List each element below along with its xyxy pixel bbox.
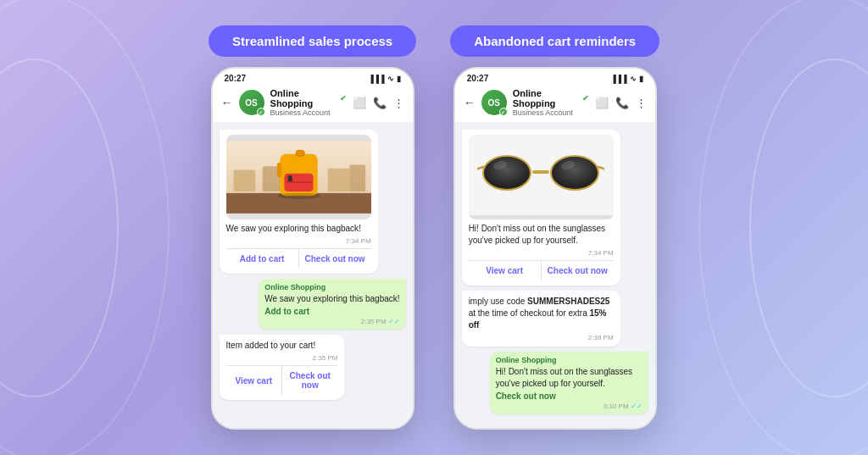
msg-in-backpack: We saw you exploring this bagback! 7:34 …: [220, 130, 378, 274]
phone-streamlined: 20:27 ▐▐▐ ∿ ▮ ← OS ✓ Online Shopping ✔ B…: [211, 67, 415, 430]
video-icon-2[interactable]: ⬜: [595, 97, 609, 109]
sunglasses-svg: [477, 143, 604, 207]
msg-out-header-1: Online Shopping: [264, 283, 399, 291]
msg-out-backpack: Online Shopping We saw you exploring thi…: [259, 279, 405, 330]
svg-rect-3: [233, 169, 255, 191]
promo-code: SUMMERSHADES25: [527, 297, 609, 306]
svg-rect-5: [327, 169, 349, 191]
sunglasses-area: [469, 135, 614, 215]
avatar-2: OS ✓: [481, 90, 507, 115]
msg-out-text-2: Hi! Don't miss out on the sunglasses you…: [496, 366, 643, 390]
status-bar-1: 20:27 ▐▐▐ ∿ ▮: [213, 69, 413, 85]
view-cart-btn-1[interactable]: View cart: [226, 366, 282, 395]
badge-abandoned: Abandoned cart reminders: [450, 25, 659, 57]
svg-point-16: [551, 156, 598, 190]
signal-icon-1: ▐▐▐: [368, 75, 384, 83]
header-icons-2: ⬜ 📞 ⋮: [595, 97, 647, 109]
video-icon-1[interactable]: ⬜: [353, 97, 366, 109]
chat-header-2: ← OS ✓ Online Shopping ✔ Business Accoun…: [455, 85, 655, 123]
wifi-icon-1: ∿: [387, 75, 394, 83]
msg-out-sunglasses: Online Shopping Hi! Don't miss out on th…: [490, 352, 648, 414]
back-button-1[interactable]: ←: [221, 96, 233, 109]
backpack-action-row: Add to cart Check out now: [226, 248, 371, 269]
decorative-arc-left2: [0, 0, 170, 455]
chat-title-2: Online Shopping ✔ Business Account: [513, 88, 589, 117]
backpack-msg-text: We saw you exploring this bagback!: [226, 223, 371, 235]
svg-rect-11: [287, 175, 292, 181]
promo-text1: imply use code: [469, 297, 527, 306]
battery-icon-1: ▮: [397, 75, 401, 83]
chat-name-1: Online Shopping: [270, 88, 337, 108]
promo-msg-text: imply use code SUMMERSHADES25 at the tim…: [469, 296, 614, 331]
check-out-now-btn-2[interactable]: Check out now: [282, 366, 337, 395]
header-icons-1: ⬜ 📞 ⋮: [353, 97, 404, 109]
svg-rect-14: [532, 170, 549, 174]
chat-title-1: Online Shopping ✔ Business Account: [270, 88, 347, 117]
chat-header-1: ← OS ✓ Online Shopping ✔ Business Accoun…: [213, 85, 413, 123]
sunglasses-image-container: [469, 135, 614, 219]
chat-sub-2: Business Account: [513, 108, 589, 117]
status-time-2: 20:27: [467, 74, 489, 83]
verified-icon-1: ✓: [257, 108, 265, 116]
decorative-arc-right2: [698, 0, 868, 455]
sunglasses-action-row: View cart Check out now: [469, 260, 614, 280]
msg-out-time-1: 2:35 PM ✓✓: [264, 318, 399, 325]
msg-out-time-2: 3:10 PM ✓✓: [496, 402, 643, 410]
status-icons-1: ▐▐▐ ∿ ▮: [368, 75, 400, 83]
call-icon-1[interactable]: 📞: [373, 97, 387, 109]
backpack-image-container: [226, 135, 371, 219]
promo-msg-time: 2:38 PM: [469, 334, 614, 341]
msg-in-promo: imply use code SUMMERSHADES25 at the tim…: [462, 291, 620, 347]
svg-point-13: [276, 193, 320, 199]
added-action-row: View cart Check out now: [226, 365, 338, 395]
panel-streamlined: Streamlined sales process 20:27 ▐▐▐ ∿ ▮ …: [209, 25, 416, 430]
promo-text2: at the time of checkout for extra: [469, 308, 590, 318]
verified-badge-2: ✔: [582, 94, 589, 103]
chat-area-2: Hi! Don't miss out on the sunglasses you…: [455, 123, 655, 428]
phone-abandoned: 20:27 ▐▐▐ ∿ ▮ ← OS ✓ Online Shopping ✔ B…: [453, 67, 657, 430]
svg-point-15: [483, 156, 531, 190]
chat-sub-1: Business Account: [270, 108, 347, 117]
more-icon-2[interactable]: ⋮: [636, 97, 647, 109]
verified-badge-1: ✔: [340, 94, 347, 103]
signal-icon-2: ▐▐▐: [610, 75, 626, 83]
status-bar-2: 20:27 ▐▐▐ ∿ ▮: [455, 69, 655, 85]
svg-rect-9: [296, 150, 304, 156]
backpack-svg: [226, 135, 371, 219]
svg-rect-6: [349, 164, 365, 191]
decorative-arc-left: [0, 58, 119, 397]
chat-area-1: We saw you exploring this bagback! 7:34 …: [213, 123, 413, 428]
chat-name-2: Online Shopping: [513, 88, 580, 108]
call-icon-2[interactable]: 📞: [615, 97, 629, 109]
wifi-icon-2: ∿: [630, 75, 637, 83]
double-tick-1: ✓✓: [388, 318, 400, 325]
avatar-1: OS ✓: [239, 90, 264, 115]
backpack-msg-time: 7:34 PM: [226, 237, 371, 245]
double-tick-2: ✓✓: [631, 402, 643, 410]
msg-out-text-1: We saw you exploring this bagback!: [264, 293, 399, 305]
back-button-2[interactable]: ←: [464, 96, 476, 109]
panel-abandoned: Abandoned cart reminders 20:27 ▐▐▐ ∿ ▮ ←…: [450, 25, 659, 430]
sunglasses-msg-time: 7:34 PM: [469, 249, 614, 257]
status-icons-2: ▐▐▐ ∿ ▮: [610, 75, 643, 83]
svg-rect-12: [276, 163, 281, 177]
check-out-now-btn-1[interactable]: Check out now: [299, 249, 371, 269]
status-time-1: 20:27: [225, 74, 247, 83]
msg-in-added: Item added to your cart! 2:35 PM View ca…: [220, 335, 345, 400]
added-msg-text: Item added to your cart!: [226, 340, 338, 352]
battery-icon-2: ▮: [639, 75, 643, 83]
added-msg-time: 2:35 PM: [226, 354, 338, 362]
msg-in-sunglasses: Hi! Don't miss out on the sunglasses you…: [462, 130, 620, 286]
decorative-arc-right: [749, 58, 868, 397]
more-icon-1[interactable]: ⋮: [393, 97, 404, 109]
svg-line-17: [477, 167, 483, 170]
svg-line-18: [598, 167, 604, 170]
verified-icon-2: ✓: [499, 108, 508, 116]
badge-streamlined: Streamlined sales process: [209, 25, 416, 57]
msg-out-link-2: Check out now: [496, 391, 643, 401]
msg-out-header-2: Online Shopping: [496, 356, 643, 364]
check-out-now-btn-3[interactable]: Check out now: [542, 261, 614, 280]
sunglasses-msg-text: Hi! Don't miss out on the sunglasses you…: [469, 223, 614, 247]
view-cart-btn-2[interactable]: View cart: [469, 261, 542, 280]
add-to-cart-btn[interactable]: Add to cart: [226, 249, 299, 269]
